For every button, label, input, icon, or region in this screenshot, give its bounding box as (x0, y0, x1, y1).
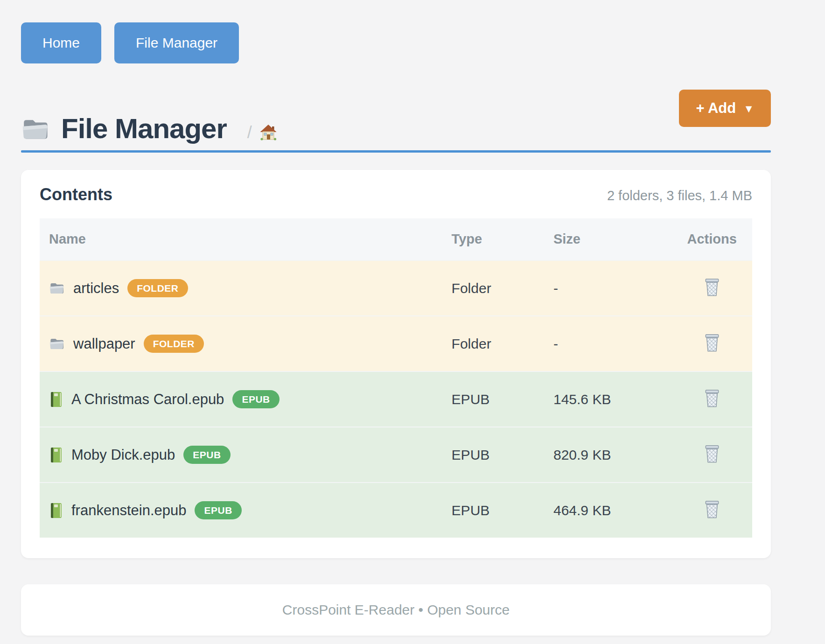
delete-button[interactable] (704, 444, 720, 463)
file-size: 820.9 KB (553, 427, 671, 483)
folder-icon (49, 337, 65, 350)
home-icon (259, 124, 277, 141)
column-header-actions: Actions (671, 218, 752, 260)
column-header-name: Name (40, 218, 452, 260)
file-name-cell: wallpaper FOLDER (49, 335, 452, 353)
wastebasket-icon (704, 444, 720, 463)
header-divider (21, 150, 771, 153)
table-row: wallpaper FOLDER Folder - (40, 316, 752, 371)
file-name-cell: frankenstein.epub EPUB (49, 501, 452, 519)
type-badge: FOLDER (127, 279, 188, 297)
top-nav: Home File Manager (21, 22, 771, 63)
table-row: frankenstein.epub EPUB EPUB 464.9 KB (40, 483, 752, 538)
type-badge: EPUB (183, 446, 230, 464)
delete-button[interactable] (704, 333, 720, 352)
book-icon (49, 503, 63, 518)
table-row: articles FOLDER Folder - (40, 260, 752, 316)
contents-heading: Contents (40, 185, 112, 204)
folder-icon (21, 117, 50, 141)
add-button[interactable]: + Add ▼ (679, 90, 771, 127)
delete-button[interactable] (704, 278, 720, 297)
file-size: - (553, 316, 671, 371)
folder-icon (49, 281, 65, 295)
contents-header-row: Contents 2 folders, 3 files, 1.4 MB (40, 185, 752, 204)
table-row: A Christmas Carol.epub EPUB EPUB 145.6 K… (40, 371, 752, 427)
book-icon (49, 447, 63, 463)
nav-button-file-manager[interactable]: File Manager (114, 22, 239, 63)
file-name[interactable]: articles (73, 280, 119, 297)
nav-button-home[interactable]: Home (21, 22, 101, 63)
wastebasket-icon (704, 333, 720, 352)
file-name[interactable]: Moby Dick.epub (71, 447, 175, 463)
add-button-label: + Add (696, 100, 736, 117)
file-size: - (553, 260, 671, 316)
footer: CrossPoint E-Reader • Open Source (21, 584, 771, 636)
file-type: EPUB (452, 427, 553, 483)
contents-card: Contents 2 folders, 3 files, 1.4 MB Name… (21, 170, 771, 558)
file-type: EPUB (452, 371, 553, 427)
file-name[interactable]: wallpaper (73, 336, 135, 352)
file-name-cell: articles FOLDER (49, 279, 452, 297)
file-size: 145.6 KB (553, 371, 671, 427)
caret-down-icon: ▼ (743, 103, 754, 115)
table-row: Moby Dick.epub EPUB EPUB 820.9 KB (40, 427, 752, 483)
book-icon (49, 392, 63, 407)
breadcrumb: / (247, 123, 277, 142)
file-table-body: articles FOLDER Folder - wallpaper FOLDE… (40, 260, 752, 538)
type-badge: EPUB (232, 390, 279, 408)
wastebasket-icon (704, 500, 720, 519)
breadcrumb-home-link[interactable] (259, 124, 277, 141)
page-header: + Add ▼ File Manager / (21, 90, 771, 143)
type-badge: EPUB (195, 501, 241, 519)
delete-button[interactable] (704, 389, 720, 408)
column-header-size: Size (553, 218, 671, 260)
column-header-type: Type (452, 218, 553, 260)
file-name-cell: Moby Dick.epub EPUB (49, 446, 452, 464)
file-size: 464.9 KB (553, 483, 671, 538)
breadcrumb-separator: / (247, 123, 252, 142)
file-name[interactable]: frankenstein.epub (71, 502, 186, 519)
file-type: Folder (452, 260, 553, 316)
file-table-head: Name Type Size Actions (40, 218, 752, 260)
file-type: EPUB (452, 483, 553, 538)
file-type: Folder (452, 316, 553, 371)
title-row: File Manager / (21, 90, 771, 143)
file-name[interactable]: A Christmas Carol.epub (71, 391, 224, 408)
delete-button[interactable] (704, 500, 720, 519)
contents-summary: 2 folders, 3 files, 1.4 MB (607, 188, 752, 203)
wastebasket-icon (704, 389, 720, 408)
file-table: Name Type Size Actions articles FOLDER F… (40, 218, 752, 538)
type-badge: FOLDER (144, 335, 204, 353)
file-name-cell: A Christmas Carol.epub EPUB (49, 390, 452, 408)
page-title: File Manager (61, 115, 227, 143)
footer-text: CrossPoint E-Reader • Open Source (282, 602, 510, 617)
page-container: Home File Manager + Add ▼ File Manager /… (21, 0, 771, 636)
wastebasket-icon (704, 278, 720, 297)
